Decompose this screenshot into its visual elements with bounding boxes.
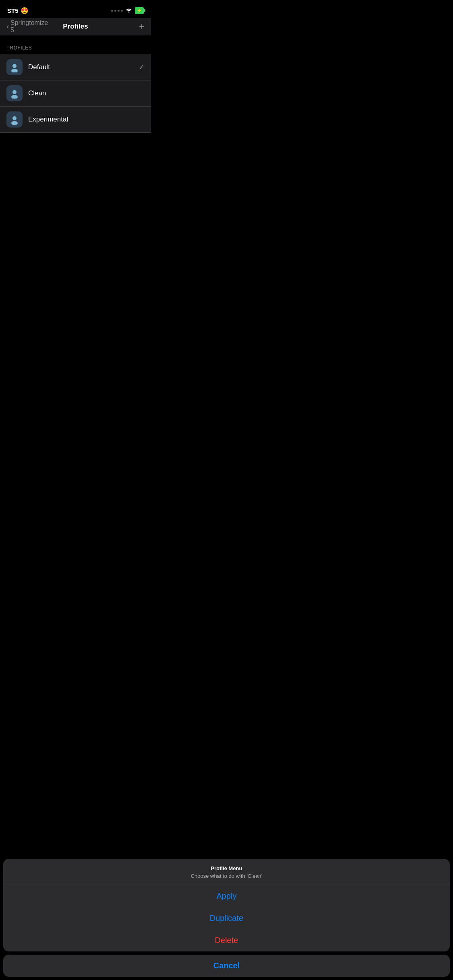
svg-point-5 [11,121,18,125]
status-icons: ⚡ [111,7,144,14]
checkmark-icon: ✓ [139,63,145,72]
empty-space [0,133,151,213]
svg-point-4 [12,116,17,120]
nav-back-button[interactable]: ‹ Springtomize 5 [6,19,52,34]
status-bar: ST5 😍 ⚡ [0,0,151,18]
back-chevron-icon: ‹ [6,22,9,31]
nav-add-area: + [99,22,145,31]
status-emoji: 😍 [21,7,29,14]
svg-point-3 [11,95,18,99]
profile-label-experimental: Experimental [28,115,145,124]
list-item[interactable]: Clean [0,80,151,107]
svg-point-1 [11,69,18,72]
app-name-text: ST5 [7,7,19,14]
profile-label-clean: Clean [28,89,145,97]
battery-icon: ⚡ [135,7,144,14]
profile-icon-default [6,59,23,75]
profiles-section-header: PROFILES [0,45,151,54]
status-app-name: ST5 😍 [7,7,29,14]
signal-dots-icon [111,10,123,12]
profile-icon-experimental [6,111,23,128]
profile-label-default: Default [28,63,139,71]
list-item[interactable]: Experimental [0,107,151,132]
content-area: PROFILES Default ✓ Clean [0,35,151,133]
battery-bolt: ⚡ [137,8,142,13]
svg-point-0 [12,64,17,68]
nav-back-label: Springtomize 5 [10,19,52,34]
add-button[interactable]: + [139,22,145,31]
profile-icon-clean [6,85,23,101]
profiles-list: Default ✓ Clean Experimental [0,54,151,133]
nav-title: Profiles [52,23,98,31]
nav-bar: ‹ Springtomize 5 Profiles + [0,18,151,35]
list-item[interactable]: Default ✓ [0,54,151,80]
svg-point-2 [12,90,17,94]
wifi-icon [126,7,132,14]
